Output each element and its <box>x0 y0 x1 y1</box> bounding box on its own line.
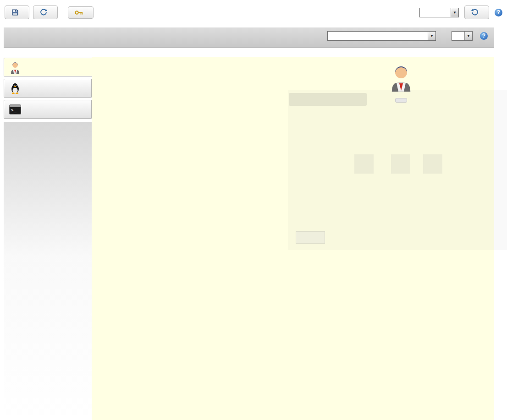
help-icon[interactable]: ? <box>495 9 502 16</box>
user-photo <box>390 63 412 93</box>
profile-select-value <box>420 8 424 17</box>
load-profile-button[interactable] <box>464 5 489 19</box>
reset-icon <box>40 9 47 16</box>
header-row-title: ▼ ▼ ? <box>4 31 494 44</box>
terminal-icon: >_ <box>8 104 22 115</box>
set-password-button[interactable] <box>68 6 94 19</box>
body: >_ <box>4 57 494 420</box>
person-icon <box>8 61 22 74</box>
profile-select[interactable]: ▼ <box>419 8 459 17</box>
save-icon <box>11 9 19 16</box>
tux-penguin-icon <box>8 82 22 94</box>
key-icon <box>75 10 83 16</box>
tab-unix[interactable] <box>4 79 92 98</box>
sidebar: >_ <box>4 57 92 420</box>
save-button[interactable] <box>5 5 29 19</box>
suffix-select[interactable]: ▼ <box>327 31 436 41</box>
toolbar: ▼ ? <box>0 0 507 25</box>
sidebar-filler <box>4 122 92 420</box>
suffix-select-value <box>328 32 332 40</box>
toolbar-right-group: ▼ ? <box>419 5 502 19</box>
reset-changes-button[interactable] <box>33 5 58 19</box>
help-icon[interactable]: ? <box>480 32 488 40</box>
chevron-down-icon: ▼ <box>451 8 458 17</box>
tab-personal[interactable] <box>4 58 92 76</box>
account-header: ▼ ▼ ? <box>4 27 494 48</box>
load-profile-icon <box>471 9 479 16</box>
tab-content-personal <box>92 57 494 420</box>
chevron-down-icon: ▼ <box>464 32 472 40</box>
rdn-identifier-select[interactable]: ▼ <box>452 31 473 41</box>
tab-custom-scripts[interactable]: >_ <box>4 100 92 119</box>
main-wrap: ▼ ▼ ? <box>4 27 494 48</box>
photo-block <box>374 63 429 103</box>
delete-photo-button[interactable] <box>395 98 407 103</box>
page: ▼ ? ▼ <box>0 0 507 420</box>
rdn-select-value <box>452 32 457 40</box>
chevron-down-icon: ▼ <box>428 32 435 40</box>
svg-text:>_: >_ <box>11 107 17 113</box>
